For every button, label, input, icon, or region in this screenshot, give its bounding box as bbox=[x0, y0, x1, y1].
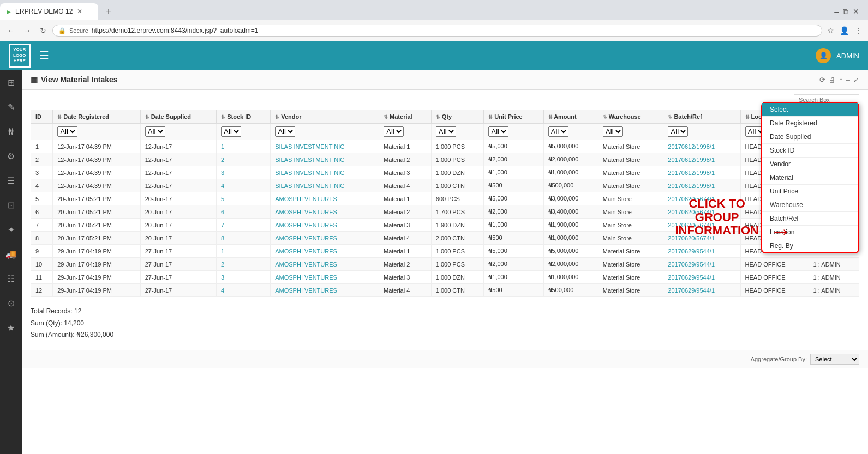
sidebar-icon-dashboard[interactable]: ⊞ bbox=[5, 75, 17, 90]
sidebar-icon-settings2[interactable]: ✦ bbox=[5, 222, 17, 237]
restore-button[interactable]: ⧉ bbox=[843, 7, 848, 16]
cell-stock_id[interactable]: 1 bbox=[217, 245, 271, 258]
cell-stock_id[interactable]: 4 bbox=[217, 179, 271, 192]
export-button[interactable]: ↑ bbox=[839, 76, 843, 84]
filter-qty-select[interactable]: All bbox=[436, 126, 456, 137]
sidebar-icon-grid[interactable]: ⊡ bbox=[5, 198, 17, 213]
refresh-button[interactable]: ↻ bbox=[37, 25, 49, 36]
minimize-button[interactable]: – bbox=[834, 7, 839, 16]
group-dropdown-item-date-registered[interactable]: Date Registered bbox=[762, 117, 858, 130]
link-vendor[interactable]: AMOSPHI VENTURES bbox=[275, 209, 337, 215]
group-dropdown-item-date-supplied[interactable]: Date Supplied bbox=[762, 130, 858, 144]
cell-batch_ref[interactable]: 20170612/1998/1 bbox=[663, 153, 740, 166]
print-button[interactable]: 🖨 bbox=[829, 76, 836, 84]
cell-vendor[interactable]: AMOSPHI VENTURES bbox=[271, 219, 379, 232]
filter-date-registered-select[interactable]: All bbox=[57, 126, 77, 137]
link-vendor[interactable]: AMOSPHI VENTURES bbox=[275, 235, 337, 241]
link-batch_ref[interactable]: 20170629/9544/1 bbox=[668, 261, 715, 268]
filter-vendor-select[interactable]: All bbox=[275, 126, 295, 137]
link-batch_ref[interactable]: 20170612/1998/1 bbox=[668, 170, 715, 176]
link-vendor[interactable]: AMOSPHI VENTURES bbox=[275, 274, 337, 281]
link-stock_id[interactable]: 7 bbox=[221, 222, 224, 228]
link-batch_ref[interactable]: 20170629/9544/1 bbox=[668, 248, 715, 255]
cell-batch_ref[interactable]: 20170612/1998/1 bbox=[663, 179, 740, 192]
cell-stock_id[interactable]: 5 bbox=[217, 192, 271, 205]
link-vendor[interactable]: SILAS INVESTMENT NIG bbox=[275, 143, 345, 150]
refresh-page-button[interactable]: ⟳ bbox=[819, 76, 825, 84]
group-dropdown-item-vendor[interactable]: Vendor bbox=[762, 158, 858, 171]
cell-vendor[interactable]: SILAS INVESTMENT NIG bbox=[271, 166, 379, 179]
link-stock_id[interactable]: 6 bbox=[221, 209, 224, 215]
sidebar-icon-circle[interactable]: ⊙ bbox=[5, 296, 17, 311]
cell-stock_id[interactable]: 6 bbox=[217, 205, 271, 219]
browser-tab[interactable]: ▶ ERPREV DEMO 12 ✕ bbox=[0, 3, 98, 20]
link-stock_id[interactable]: 1 bbox=[221, 248, 224, 255]
bookmark-icon[interactable]: ☆ bbox=[825, 25, 836, 37]
group-dropdown-item-stock-id[interactable]: Stock ID bbox=[762, 144, 858, 158]
cell-stock_id[interactable]: 7 bbox=[217, 219, 271, 232]
tab-close-button[interactable]: ✕ bbox=[77, 8, 82, 15]
cell-vendor[interactable]: SILAS INVESTMENT NIG bbox=[271, 153, 379, 166]
group-dropdown-item-select[interactable]: Select bbox=[762, 103, 858, 117]
sidebar-icon-edit[interactable]: ✎ bbox=[5, 100, 17, 114]
link-batch_ref[interactable]: 20170629/9544/1 bbox=[668, 287, 715, 294]
cell-stock_id[interactable]: 2 bbox=[217, 258, 271, 271]
filter-batch-ref-select[interactable]: All bbox=[668, 126, 688, 137]
cell-vendor[interactable]: AMOSPHI VENTURES bbox=[271, 192, 379, 205]
group-dropdown-item-unit-price[interactable]: Unit Price bbox=[762, 185, 858, 198]
cell-batch_ref[interactable]: 20170629/9544/1 bbox=[663, 284, 740, 297]
filter-warehouse-select[interactable]: All bbox=[603, 126, 623, 137]
link-stock_id[interactable]: 1 bbox=[221, 143, 224, 150]
link-stock_id[interactable]: 3 bbox=[221, 170, 224, 176]
cell-batch_ref[interactable]: 20170612/1998/1 bbox=[663, 166, 740, 179]
link-stock_id[interactable]: 5 bbox=[221, 196, 224, 202]
sidebar-icon-settings1[interactable]: ⚙ bbox=[5, 149, 17, 164]
link-vendor[interactable]: AMOSPHI VENTURES bbox=[275, 261, 337, 268]
link-batch_ref[interactable]: 20170612/1998/1 bbox=[668, 183, 715, 189]
cell-vendor[interactable]: AMOSPHI VENTURES bbox=[271, 245, 379, 258]
forward-button[interactable]: → bbox=[21, 25, 34, 36]
link-batch_ref[interactable]: 20170612/1998/1 bbox=[668, 156, 715, 163]
hamburger-menu-button[interactable]: ☰ bbox=[39, 49, 49, 62]
cell-batch_ref[interactable]: 20170629/9544/1 bbox=[663, 245, 740, 258]
cell-batch_ref[interactable]: 20170612/1998/1 bbox=[663, 140, 740, 153]
sidebar-icon-list[interactable]: ☰ bbox=[5, 173, 17, 188]
cell-vendor[interactable]: AMOSPHI VENTURES bbox=[271, 205, 379, 219]
minimize-panel-button[interactable]: – bbox=[846, 76, 850, 84]
filter-date-supplied-select[interactable]: All bbox=[145, 126, 165, 137]
link-stock_id[interactable]: 4 bbox=[221, 183, 224, 189]
link-stock_id[interactable]: 2 bbox=[221, 261, 224, 268]
group-dropdown-item-warehouse[interactable]: Warehouse bbox=[762, 198, 858, 212]
link-vendor[interactable]: SILAS INVESTMENT NIG bbox=[275, 170, 345, 176]
link-vendor[interactable]: SILAS INVESTMENT NIG bbox=[275, 183, 345, 189]
cell-stock_id[interactable]: 8 bbox=[217, 232, 271, 245]
sidebar-icon-truck[interactable]: 🚚 bbox=[3, 247, 19, 262]
link-stock_id[interactable]: 2 bbox=[221, 156, 224, 163]
sidebar-icon-finance[interactable]: ₦ bbox=[6, 124, 16, 139]
cell-batch_ref[interactable]: 20170629/9544/1 bbox=[663, 258, 740, 271]
cell-stock_id[interactable]: 3 bbox=[217, 271, 271, 284]
close-browser-button[interactable]: ✕ bbox=[853, 7, 859, 16]
back-button[interactable]: ← bbox=[4, 25, 17, 36]
cell-vendor[interactable]: AMOSPHI VENTURES bbox=[271, 284, 379, 297]
cell-vendor[interactable]: AMOSPHI VENTURES bbox=[271, 271, 379, 284]
cell-vendor[interactable]: SILAS INVESTMENT NIG bbox=[271, 179, 379, 192]
sidebar-icon-star[interactable]: ★ bbox=[5, 320, 17, 335]
link-stock_id[interactable]: 3 bbox=[221, 274, 224, 281]
filter-amount-select[interactable]: All bbox=[548, 126, 568, 137]
user-icon[interactable]: 👤 bbox=[838, 25, 851, 37]
address-bar[interactable]: 🔒 Secure https://demo12.erprev.com:8443/… bbox=[52, 25, 822, 37]
link-stock_id[interactable]: 4 bbox=[221, 287, 224, 294]
cell-stock_id[interactable]: 4 bbox=[217, 284, 271, 297]
cell-stock_id[interactable]: 3 bbox=[217, 166, 271, 179]
cell-vendor[interactable]: AMOSPHI VENTURES bbox=[271, 232, 379, 245]
aggregate-select[interactable]: Select Date Registered Date Supplied Sto… bbox=[810, 354, 859, 365]
link-vendor[interactable]: AMOSPHI VENTURES bbox=[275, 222, 337, 228]
link-batch_ref[interactable]: 20170629/9544/1 bbox=[668, 274, 715, 281]
cell-vendor[interactable]: AMOSPHI VENTURES bbox=[271, 258, 379, 271]
link-stock_id[interactable]: 8 bbox=[221, 235, 224, 241]
link-batch_ref[interactable]: 20170612/1998/1 bbox=[668, 143, 715, 150]
group-dropdown-item-material[interactable]: Material bbox=[762, 171, 858, 185]
maximize-panel-button[interactable]: ⤢ bbox=[853, 76, 859, 84]
cell-stock_id[interactable]: 1 bbox=[217, 140, 271, 153]
